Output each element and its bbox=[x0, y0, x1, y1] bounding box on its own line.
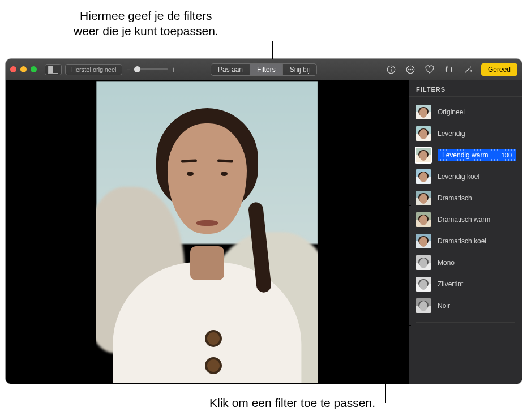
filter-item-noir[interactable]: Noir bbox=[409, 295, 522, 316]
photo-preview bbox=[96, 81, 318, 383]
filter-thumb bbox=[415, 233, 432, 250]
zoom-slider[interactable]: − + bbox=[126, 65, 175, 74]
toolbar: Herstel origineel − + Pas aan Filters Sn… bbox=[6, 59, 522, 80]
window-controls bbox=[10, 66, 37, 72]
filter-intensity-slider[interactable]: Levendig warm100 bbox=[438, 149, 516, 161]
info-icon[interactable] bbox=[385, 63, 397, 76]
filter-thumb bbox=[415, 147, 432, 164]
svg-point-4 bbox=[408, 69, 409, 70]
compare-button[interactable] bbox=[45, 64, 62, 75]
minimize-icon[interactable] bbox=[20, 66, 27, 72]
callout-apply-filter: Klik om een filter toe te passen. bbox=[209, 395, 375, 410]
restore-original-button[interactable]: Herstel origineel bbox=[65, 64, 122, 75]
filter-item-dramatisch-warm[interactable]: Dramatisch warm bbox=[409, 209, 522, 230]
filter-value: 100 bbox=[502, 152, 512, 158]
zoom-in-icon: + bbox=[172, 65, 176, 74]
favorite-icon[interactable] bbox=[423, 63, 436, 76]
callout-bracket bbox=[406, 101, 411, 206]
filter-item-origineel[interactable]: Origineel bbox=[409, 101, 522, 123]
svg-point-6 bbox=[412, 69, 413, 70]
filter-thumb bbox=[415, 297, 432, 314]
filter-item-levendig-koel[interactable]: Levendig koel bbox=[409, 166, 522, 187]
filter-thumb bbox=[415, 254, 432, 271]
zoom-out-icon: − bbox=[126, 65, 130, 74]
filter-item-dramatisch-koel[interactable]: Dramatisch koel bbox=[409, 230, 522, 252]
tab-adjust[interactable]: Pas aan bbox=[211, 64, 250, 75]
filter-item-levendig[interactable]: Levendig bbox=[409, 123, 522, 144]
panel-divider bbox=[416, 322, 515, 323]
more-icon[interactable] bbox=[404, 63, 417, 76]
filter-item-dramatisch[interactable]: Dramatisch bbox=[409, 187, 522, 209]
filter-label: Levendig warm bbox=[442, 151, 488, 159]
callout-line bbox=[385, 268, 386, 403]
filter-thumb bbox=[415, 104, 432, 121]
svg-point-2 bbox=[391, 67, 392, 68]
filter-item-mono[interactable]: Mono bbox=[409, 252, 522, 273]
filters-panel: FILTERS OrigineelLevendigLevendig warm10… bbox=[409, 80, 522, 384]
filter-label: Noir bbox=[438, 302, 450, 310]
callout-line bbox=[385, 211, 406, 212]
tab-filters[interactable]: Filters bbox=[250, 64, 283, 75]
filter-label: Origineel bbox=[438, 108, 465, 116]
panel-title: FILTERS bbox=[409, 86, 522, 97]
filter-thumb bbox=[415, 190, 432, 207]
content-area: FILTERS OrigineelLevendigLevendig warm10… bbox=[6, 80, 522, 384]
filter-label: Levendig koel bbox=[438, 173, 479, 181]
edit-mode-segmented: Pas aan Filters Snij bij bbox=[211, 63, 317, 76]
filter-label: Mono bbox=[438, 259, 455, 267]
photo-canvas[interactable] bbox=[6, 80, 409, 384]
filter-label: Dramatisch bbox=[438, 194, 472, 202]
filter-label: Dramatisch koel bbox=[438, 237, 486, 245]
callout-filters-tab: Hiermee geef je de filters weer die je k… bbox=[74, 8, 218, 39]
callout-bracket bbox=[406, 211, 411, 326]
done-button[interactable]: Gereed bbox=[481, 63, 517, 76]
svg-point-5 bbox=[410, 69, 411, 70]
filter-item-zilvertint[interactable]: Zilvertint bbox=[409, 273, 522, 295]
filter-item-levendig-warm[interactable]: Levendig warm100 bbox=[409, 144, 522, 166]
close-icon[interactable] bbox=[10, 66, 16, 72]
filter-thumb bbox=[415, 168, 432, 185]
filter-list: OrigineelLevendigLevendig warm100Levendi… bbox=[409, 97, 522, 316]
app-window: Herstel origineel − + Pas aan Filters Sn… bbox=[6, 59, 522, 384]
filter-thumb bbox=[415, 125, 432, 142]
auto-enhance-icon[interactable] bbox=[462, 63, 474, 76]
filter-thumb bbox=[415, 276, 432, 293]
fullscreen-icon[interactable] bbox=[31, 66, 37, 72]
filter-label: Zilvertint bbox=[438, 280, 463, 288]
tab-crop[interactable]: Snij bij bbox=[283, 64, 316, 75]
filter-thumb bbox=[415, 211, 432, 228]
rotate-icon[interactable] bbox=[443, 63, 455, 76]
filter-label: Dramatisch warm bbox=[438, 216, 490, 224]
filter-label: Levendig bbox=[438, 130, 465, 138]
